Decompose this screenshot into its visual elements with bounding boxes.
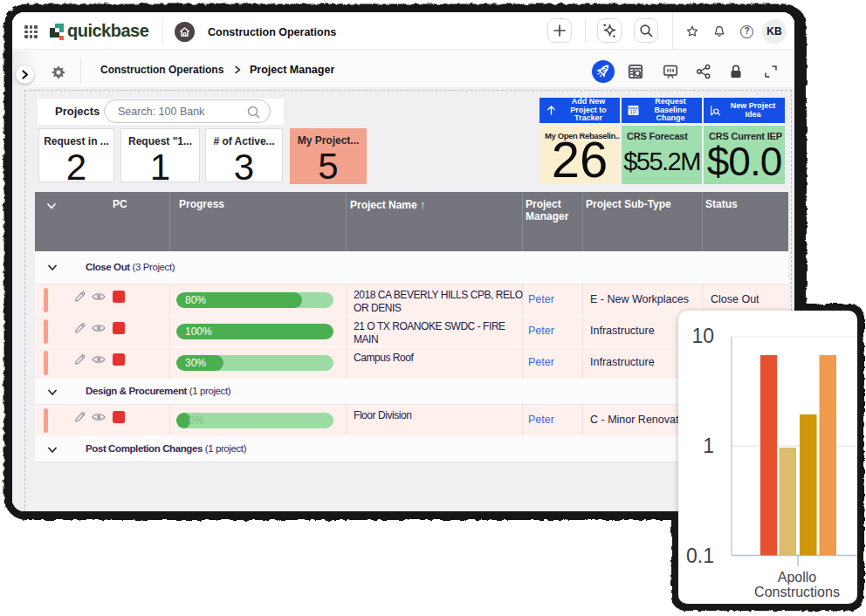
svg-text:Apollo: Apollo — [778, 570, 817, 585]
svg-text:Constructions: Constructions — [754, 585, 840, 599]
svg-text:10: 10 — [691, 325, 714, 347]
svg-text:1: 1 — [703, 435, 714, 457]
svg-text:0.1: 0.1 — [686, 544, 714, 567]
